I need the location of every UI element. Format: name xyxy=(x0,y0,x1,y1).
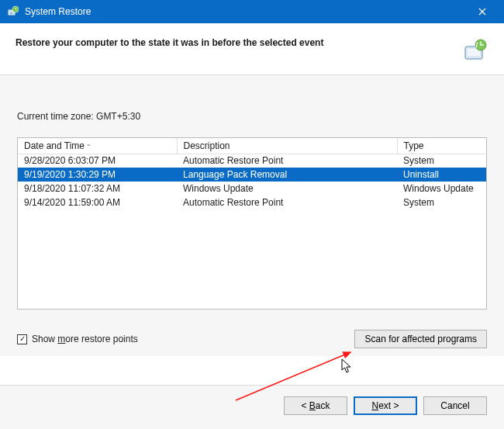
restore-points-table[interactable]: Date and Time⌄ Description Type 9/28/202… xyxy=(17,137,487,310)
table-row[interactable]: 9/18/2020 11:07:32 AMWindows UpdateWindo… xyxy=(18,182,486,195)
col-type[interactable]: Type xyxy=(397,138,486,154)
table-cell-type: System xyxy=(397,154,486,168)
table-row[interactable]: 9/19/2020 1:30:29 PMLanguage Pack Remova… xyxy=(18,168,486,182)
wizard-header: Restore your computer to the state it wa… xyxy=(0,23,504,75)
below-table-row: ✓ Show more restore points Scan for affe… xyxy=(17,330,487,348)
col-description[interactable]: Description xyxy=(177,138,397,154)
table-cell-description: Language Pack Removal xyxy=(177,168,397,182)
col-date-time[interactable]: Date and Time⌄ xyxy=(18,138,177,154)
cancel-button[interactable]: Cancel xyxy=(423,396,487,415)
table-cell-description: Automatic Restore Point xyxy=(177,195,397,209)
table-cell-description: Automatic Restore Point xyxy=(177,154,397,168)
table-cell-datetime: 9/14/2020 11:59:00 AM xyxy=(18,195,177,209)
titlebar: System Restore xyxy=(0,0,504,23)
scan-affected-button[interactable]: Scan for affected programs xyxy=(354,330,487,348)
wizard-footer: < Back Next > Cancel xyxy=(0,385,504,429)
table-header-row: Date and Time⌄ Description Type xyxy=(18,138,486,154)
table-cell-type: System xyxy=(397,195,486,209)
sort-desc-icon: ⌄ xyxy=(86,140,91,147)
annotation-cursor-icon xyxy=(341,358,355,375)
show-more-label: Show more restore points xyxy=(32,334,138,344)
table-cell-datetime: 9/18/2020 11:07:32 AM xyxy=(18,182,177,195)
close-button[interactable] xyxy=(467,0,498,23)
restore-hero-icon xyxy=(462,37,488,64)
table-cell-description: Windows Update xyxy=(177,182,397,195)
timezone-label: Current time zone: GMT+5:30 xyxy=(17,111,487,122)
table-row[interactable]: 9/28/2020 6:03:07 PMAutomatic Restore Po… xyxy=(18,154,486,168)
content-area: Current time zone: GMT+5:30 Date and Tim… xyxy=(0,75,504,356)
table-cell-datetime: 9/19/2020 1:30:29 PM xyxy=(18,168,177,182)
table-cell-type: Uninstall xyxy=(397,168,486,182)
table-cell-type: Windows Update xyxy=(397,182,486,195)
table-cell-datetime: 9/28/2020 6:03:07 PM xyxy=(18,154,177,168)
show-more-checkbox[interactable]: ✓ Show more restore points xyxy=(17,334,138,344)
table-row[interactable]: 9/14/2020 11:59:00 AMAutomatic Restore P… xyxy=(18,195,486,209)
system-restore-icon xyxy=(6,5,19,18)
checkbox-icon: ✓ xyxy=(17,334,27,344)
col-date-time-label: Date and Time xyxy=(24,140,85,151)
window-title: System Restore xyxy=(25,6,91,17)
back-button[interactable]: < Back xyxy=(284,396,347,415)
next-button[interactable]: Next > xyxy=(354,396,417,415)
header-heading: Restore your computer to the state it wa… xyxy=(16,37,454,48)
